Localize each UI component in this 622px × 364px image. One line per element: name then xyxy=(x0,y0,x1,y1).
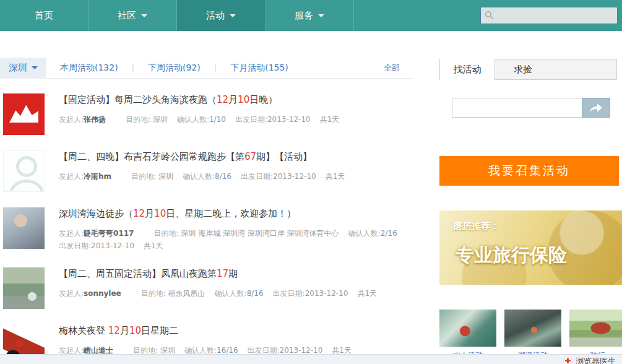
activity-date-value: 2013-12-10 xyxy=(305,289,348,298)
activity-duration-value: 共1天 xyxy=(332,346,352,355)
tab-find-activity[interactable]: 找活动 xyxy=(439,59,495,80)
sidebar-tabs: 找活动 求捡 xyxy=(439,59,617,80)
activity-body: 【周二、周五固定活动】凤凰山夜跑第17期 发起人:sonnylee目的地: 福永… xyxy=(59,267,413,309)
activity-thumbnail[interactable] xyxy=(3,267,45,309)
filter-next-month[interactable]: 下月活动(155) xyxy=(230,63,288,74)
main-column: 深圳 本周活动(132) | 下周活动(92) | 下月活动(155) 全部 【… xyxy=(0,58,413,364)
filter-all[interactable]: 全部 xyxy=(384,63,400,74)
sidebar: 找活动 求捡 我要召集活动 磨房推荐： 专业旅行保险 xyxy=(439,31,622,364)
filter-bar: 深圳 本周活动(132) | 下周活动(92) | 下月活动(155) 全部 xyxy=(0,58,413,79)
activity-date-value: 2013-12-10 xyxy=(267,115,311,124)
bottom-bar: 浏览器医生 xyxy=(0,354,622,364)
activity-row: 深圳湾海边徒步（12月10日、星期二晚上，欢迎参加！） 发起人:睫毛弯弯0117… xyxy=(3,207,413,252)
activity-organizer-value: 崂山道士 xyxy=(84,346,113,355)
insurance-ad-banner[interactable]: 磨房推荐： 专业旅行保险 xyxy=(439,210,622,285)
activity-confirmed-label: 确认人数: xyxy=(184,346,217,355)
red-cross-icon xyxy=(563,356,572,364)
activity-date-label: 出发日期: xyxy=(241,172,273,181)
create-activity-button[interactable]: 我要召集活动 xyxy=(439,156,619,186)
activity-body: 深圳湾海边徒步（12月10日、星期二晚上，欢迎参加！） 发起人:睫毛弯弯0117… xyxy=(59,207,413,252)
nav-item-label: 活动 xyxy=(206,10,225,22)
nav-search xyxy=(480,7,618,24)
search-input[interactable] xyxy=(480,7,618,24)
activity-body: 【固定活动】每周二沙头角海滨夜跑（12月10日晚） 发起人:张伟扬目的地: 深圳… xyxy=(59,93,413,135)
activity-date-label: 出发日期: xyxy=(235,115,267,124)
sidebar-photos xyxy=(439,310,622,347)
activity-destination-label: 目的地: xyxy=(131,172,158,181)
filter-next-week[interactable]: 下周活动(92) xyxy=(148,63,201,74)
activity-duration-value: 共1天 xyxy=(144,241,163,250)
sidebar-search-button[interactable] xyxy=(582,98,610,118)
activity-confirmed-value: 1/10 xyxy=(209,115,226,124)
side-photo-kayak[interactable] xyxy=(439,310,496,347)
activity-confirmed-value: 16/16 xyxy=(217,346,238,355)
activity-title[interactable]: 【周二、周五固定活动】凤凰山夜跑第17期 xyxy=(59,268,413,280)
activity-destination-value: 深圳 海岸城 深圳湾 深圳湾口岸 深圳湾体育中心 xyxy=(181,229,339,238)
search-icon xyxy=(485,11,494,20)
activity-date-label: 出发日期: xyxy=(248,346,280,355)
activity-date-value: 2013-12-10 xyxy=(91,241,134,250)
activity-thumbnail[interactable] xyxy=(3,93,45,135)
activity-date-label: 出发日期: xyxy=(59,241,91,250)
activity-confirmed-value: 8/16 xyxy=(215,172,231,181)
activity-confirmed-value: 8/16 xyxy=(247,289,264,298)
activity-body: 【周二、四晚】布吉石芽岭公园常规跑步【第67期】【活动】 发起人:冷雨hm目的地… xyxy=(59,150,413,192)
banner-kicker: 磨房推荐： xyxy=(453,220,499,232)
page: 首页 社区 活动 服务 深圳 xyxy=(0,0,622,364)
activity-confirmed-label: 确认人数: xyxy=(215,289,247,298)
nav-item-community[interactable]: 社区 xyxy=(89,0,177,31)
chevron-down-icon xyxy=(318,14,324,17)
activity-meta: 发起人:冷雨hm目的地: 深圳确认人数:8/16出发日期:2013-12-10共… xyxy=(59,170,413,183)
activity-organizer-label: 发起人: xyxy=(59,172,84,181)
activity-title[interactable]: 【周二、四晚】布吉石芽岭公园常规跑步【第67期】【活动】 xyxy=(59,151,413,163)
activity-organizer-label: 发起人: xyxy=(59,229,84,238)
nav-item-label: 首页 xyxy=(35,10,53,22)
tab-seek-pickup[interactable]: 求捡 xyxy=(495,59,551,79)
nav-item-services[interactable]: 服务 xyxy=(266,0,354,31)
divider: | xyxy=(132,63,134,72)
share-arrow-icon xyxy=(589,103,603,113)
city-selector[interactable]: 深圳 xyxy=(0,58,46,79)
activity-organizer-label: 发起人: xyxy=(59,289,84,298)
sidebar-search xyxy=(452,98,622,118)
nav-item-activities[interactable]: 活动 xyxy=(177,0,266,31)
activity-destination-value: 深圳 xyxy=(158,172,173,181)
city-label: 深圳 xyxy=(9,62,27,74)
filter-this-week[interactable]: 本周活动(132) xyxy=(60,63,118,74)
side-photo-canyoning[interactable] xyxy=(504,310,561,347)
activity-organizer-value: 睫毛弯弯0117 xyxy=(84,229,134,238)
activity-title[interactable]: 梅林关夜登 12月10日星期二 xyxy=(59,325,413,337)
notice-label: 浏览器医生 xyxy=(576,356,616,364)
activity-date-value: 2013-12-10 xyxy=(273,172,316,181)
top-nav: 首页 社区 活动 服务 xyxy=(0,0,622,31)
activity-organizer-label: 发起人: xyxy=(59,115,84,124)
activity-title[interactable]: 深圳湾海边徒步（12月10日、星期二晚上，欢迎参加！） xyxy=(59,208,413,220)
activity-destination-label: 目的地: xyxy=(126,115,153,124)
activity-confirmed-value: 2/16 xyxy=(381,229,397,238)
activity-confirmed-label: 确认人数: xyxy=(183,172,215,181)
activity-organizer-value: sonnylee xyxy=(84,289,121,298)
activity-confirmed-label: 确认人数: xyxy=(177,115,209,124)
activity-meta: 发起人:张伟扬目的地: 深圳确认人数:1/10出发日期:2013-12-10共1… xyxy=(59,113,413,126)
activity-destination-label: 目的地: xyxy=(153,229,181,238)
sidebar-search-input[interactable] xyxy=(452,98,582,118)
activity-thumbnail[interactable] xyxy=(3,150,45,192)
activity-date-value: 2013-12-10 xyxy=(280,346,323,355)
activity-thumbnail[interactable] xyxy=(3,207,45,249)
activity-row: 【周二、周五固定活动】凤凰山夜跑第17期 发起人:sonnylee目的地: 福永… xyxy=(3,267,413,309)
chevron-down-icon xyxy=(141,14,147,17)
browser-doctor-notice[interactable]: 浏览器医生 xyxy=(563,356,616,364)
activity-duration-value: 共1天 xyxy=(326,172,345,181)
activity-confirmed-label: 确认人数: xyxy=(348,229,381,238)
activity-destination-value: 深圳 xyxy=(153,115,168,124)
activity-destination-value: 深圳 xyxy=(160,346,175,355)
activity-destination-value: 福永凤凰山 xyxy=(168,289,205,298)
banner-title: 专业旅行保险 xyxy=(456,243,567,268)
activity-meta: 发起人:睫毛弯弯0117目的地: 深圳 海岸城 深圳湾 深圳湾口岸 深圳湾体育中… xyxy=(59,227,413,252)
activity-meta: 发起人:sonnylee目的地: 福永凤凰山确认人数:8/16出发日期:2013… xyxy=(59,287,413,300)
activity-title[interactable]: 【固定活动】每周二沙头角海滨夜跑（12月10日晚） xyxy=(59,94,413,106)
nav-item-home[interactable]: 首页 xyxy=(0,0,89,31)
side-photo-cycling[interactable] xyxy=(569,310,622,347)
chevron-down-icon xyxy=(32,66,38,69)
activity-duration-value: 共1天 xyxy=(357,289,377,298)
